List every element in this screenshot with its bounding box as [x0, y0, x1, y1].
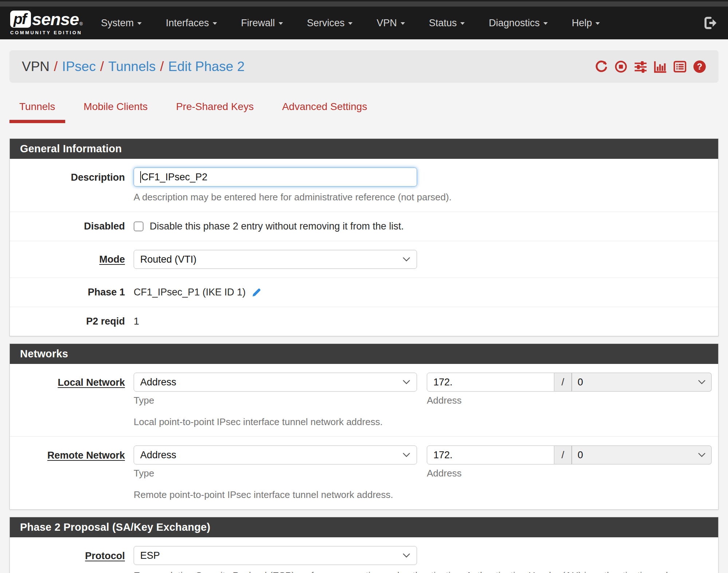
- chevron-down-icon: [460, 22, 465, 25]
- remote-mask-select[interactable]: 0: [572, 446, 712, 464]
- community-edition-label: COMMUNITY EDITION: [10, 30, 83, 35]
- tab-tunnels[interactable]: Tunnels: [9, 101, 65, 123]
- section-title: Phase 2 Proposal (SA/Key Exchange): [10, 517, 718, 537]
- nav-item-interfaces[interactable]: Interfaces: [166, 17, 217, 29]
- section-title: General Information: [10, 139, 718, 159]
- text-cursor: [140, 171, 141, 183]
- breadcrumb-separator: /: [54, 59, 58, 74]
- breadcrumb-link-edit-phase-2[interactable]: Edit Phase 2: [168, 59, 245, 74]
- panel-phase2-proposal: Phase 2 Proposal (SA/Key Exchange) Proto…: [9, 517, 719, 573]
- protocol-select[interactable]: ESP: [134, 546, 417, 565]
- row-protocol: Protocol ESP Encapsulating Security Payl…: [10, 537, 718, 573]
- chevron-down-icon: [279, 22, 283, 25]
- row-local-network: Local Network Address Type Local point-t…: [10, 364, 718, 436]
- disabled-checkbox-label: Disable this phase 2 entry without remov…: [150, 221, 404, 232]
- row-remote-network: Remote Network Address Type Remote point…: [10, 436, 718, 509]
- pencil-icon[interactable]: [251, 287, 262, 298]
- remote-network-help: Remote point-to-point IPsec interface tu…: [134, 489, 417, 501]
- row-mode: Mode Routed (VTI): [10, 241, 718, 278]
- chevron-down-icon: [402, 257, 410, 262]
- breadcrumb-action-icons: ?: [595, 60, 706, 73]
- nav-item-firewall[interactable]: Firewall: [241, 17, 283, 29]
- registered-mark: ®: [79, 21, 83, 27]
- chevron-down-icon: [595, 22, 600, 25]
- help-icon[interactable]: ?: [693, 60, 706, 73]
- top-navbar: pf sense ® COMMUNITY EDITION System Inte…: [0, 7, 728, 39]
- local-mask-select[interactable]: 0: [572, 373, 712, 392]
- chevron-down-icon: [543, 22, 548, 25]
- bar-chart-icon[interactable]: [654, 60, 667, 73]
- panel-general-information: General Information Description CF1_IPse…: [9, 138, 719, 336]
- row-description: Description CF1_IPsec_P2 A description m…: [10, 159, 718, 212]
- local-network-help: Local point-to-point IPsec interface tun…: [134, 416, 417, 428]
- remote-address-help: Address: [427, 468, 712, 479]
- disabled-label: Disabled: [10, 221, 134, 232]
- section-title: Networks: [10, 344, 718, 364]
- protocol-help-text: Encapsulating Security Payload (ESP) per…: [134, 570, 712, 573]
- local-address-input[interactable]: 172.: [427, 373, 554, 392]
- sign-out-button[interactable]: [703, 16, 718, 30]
- pfsense-logo[interactable]: pf sense ® COMMUNITY EDITION: [10, 11, 83, 35]
- local-address-help: Address: [427, 395, 712, 406]
- breadcrumb-root: VPN: [22, 59, 50, 74]
- chevron-down-icon: [348, 22, 353, 25]
- row-phase1: Phase 1 CF1_IPsec_P1 (IKE ID 1): [10, 278, 718, 307]
- stop-circle-icon[interactable]: [614, 60, 627, 73]
- description-label: Description: [10, 168, 134, 203]
- mode-select[interactable]: Routed (VTI): [134, 250, 417, 269]
- local-network-label: Local Network: [10, 373, 134, 428]
- chevron-down-icon: [402, 452, 410, 458]
- breadcrumb: VPN / IPsec / Tunnels / Edit Phase 2: [9, 50, 719, 83]
- remote-type-help: Type: [134, 468, 417, 479]
- tab-bar: Tunnels Mobile Clients Pre-Shared Keys A…: [9, 101, 719, 123]
- nav-item-status[interactable]: Status: [429, 17, 465, 29]
- local-type-help: Type: [134, 395, 417, 406]
- nav-item-services[interactable]: Services: [307, 17, 353, 29]
- description-help-text: A description may be entered here for ad…: [134, 192, 712, 203]
- nav-item-vpn[interactable]: VPN: [377, 17, 405, 29]
- sliders-icon[interactable]: [634, 60, 647, 73]
- chevron-down-icon: [213, 22, 217, 25]
- sign-out-icon: [703, 16, 718, 30]
- row-disabled: Disabled Disable this phase 2 entry with…: [10, 212, 718, 241]
- chevron-down-icon: [137, 22, 142, 25]
- pf-logo-box: pf: [10, 11, 31, 28]
- remote-network-type-select[interactable]: Address: [134, 446, 417, 464]
- nav-menu: System Interfaces Firewall Services VPN …: [101, 17, 600, 29]
- local-network-type-select[interactable]: Address: [134, 373, 417, 392]
- tab-pre-shared-keys[interactable]: Pre-Shared Keys: [166, 101, 263, 123]
- p2reqid-label: P2 reqid: [10, 316, 134, 327]
- phase1-value: CF1_IPsec_P1 (IKE ID 1): [134, 287, 246, 298]
- chevron-down-icon: [401, 22, 405, 25]
- refresh-icon[interactable]: [595, 60, 608, 73]
- breadcrumb-separator: /: [160, 59, 164, 74]
- disabled-checkbox[interactable]: [134, 221, 143, 231]
- mode-label: Mode: [10, 254, 134, 265]
- description-input[interactable]: CF1_IPsec_P2: [134, 168, 417, 187]
- p2reqid-value: 1: [134, 316, 139, 327]
- row-p2reqid: P2 reqid 1: [10, 307, 718, 336]
- tab-advanced-settings[interactable]: Advanced Settings: [272, 101, 377, 123]
- list-icon[interactable]: [673, 60, 686, 73]
- local-address-slash: /: [554, 373, 572, 392]
- chevron-down-icon: [698, 380, 706, 385]
- remote-address-group: 172. / 0: [427, 446, 712, 464]
- local-address-group: 172. / 0: [427, 373, 712, 392]
- breadcrumb-separator: /: [100, 59, 104, 74]
- tab-mobile-clients[interactable]: Mobile Clients: [74, 101, 158, 123]
- remote-network-label: Remote Network: [10, 446, 134, 501]
- nav-item-help[interactable]: Help: [572, 17, 600, 29]
- panel-networks: Networks Local Network Address Type Loca…: [9, 344, 719, 510]
- nav-item-diagnostics[interactable]: Diagnostics: [489, 17, 548, 29]
- remote-address-input[interactable]: 172.: [427, 446, 554, 464]
- chevron-down-icon: [698, 452, 706, 458]
- breadcrumb-link-ipsec[interactable]: IPsec: [62, 59, 96, 74]
- remote-address-slash: /: [554, 446, 572, 464]
- protocol-label: Protocol: [10, 546, 134, 573]
- sense-logo-text: sense: [32, 11, 79, 28]
- chevron-down-icon: [402, 380, 410, 385]
- nav-item-system[interactable]: System: [101, 17, 142, 29]
- window-chrome-strip: [0, 0, 728, 7]
- breadcrumb-link-tunnels[interactable]: Tunnels: [108, 59, 156, 74]
- chevron-down-icon: [402, 553, 410, 558]
